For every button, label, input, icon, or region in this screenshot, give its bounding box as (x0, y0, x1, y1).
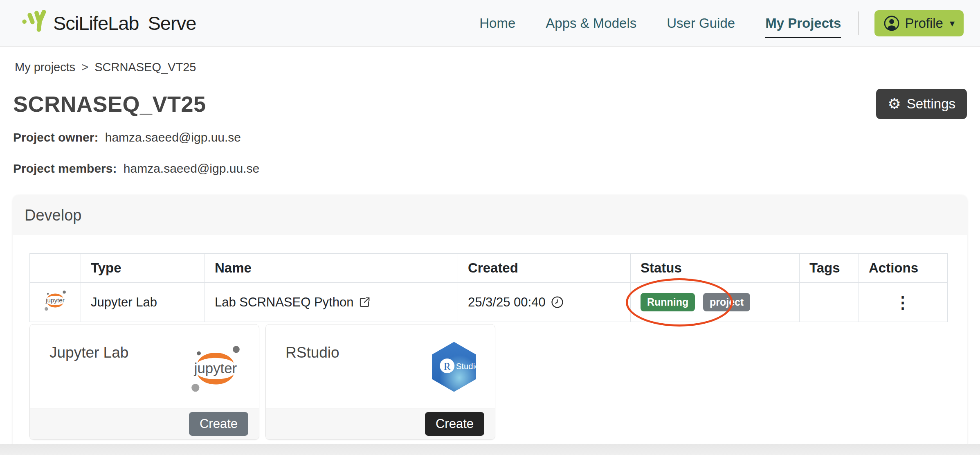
brand-logo[interactable]: SciLifeLab Serve (22, 9, 196, 37)
app-card-footer: Create (266, 408, 495, 439)
settings-button[interactable]: ⚙ Settings (876, 89, 967, 119)
nav-item-user-guide[interactable]: User Guide (667, 16, 735, 31)
person-circle-icon (883, 15, 900, 32)
gear-icon: ⚙ (888, 97, 901, 111)
app-card-jupyter-lab: Jupyter Lab Create (29, 324, 259, 440)
jupyter-logo-icon (43, 288, 67, 313)
app-actions-cell: ⋮ (859, 283, 948, 322)
col-header-icon (30, 254, 81, 283)
col-header-name: Name (205, 254, 458, 283)
nav-divider (858, 11, 859, 35)
app-row-jupyter-lab: Jupyter Lab Lab SCRNASEQ Python (30, 283, 948, 322)
nav-item-home[interactable]: Home (479, 16, 515, 31)
develop-section-header: Develop (13, 195, 967, 235)
app-name-cell: Lab SCRNASEQ Python (205, 283, 458, 322)
project-owner-line: Project owner: hamza.saeed@igp.uu.se (13, 131, 967, 144)
create-rstudio-button[interactable]: Create (425, 412, 484, 436)
project-members-value: hamza.saeed@igp.uu.se (124, 162, 259, 175)
page-title: SCRNASEQ_VT25 (13, 91, 206, 117)
app-tags-cell (800, 283, 859, 322)
app-type-cell: Jupyter Lab (81, 283, 205, 322)
app-card-rstudio: RStudio R Studio Create (265, 324, 495, 440)
breadcrumb-current: SCRNASEQ_VT25 (94, 61, 196, 74)
created-timestamp: 25/3/25 00:40 (468, 295, 546, 310)
apps-table: Type Name Created Status Tags Actions (29, 253, 948, 322)
project-owner-value: hamza.saeed@igp.uu.se (105, 131, 241, 144)
kebab-menu-icon[interactable]: ⋮ (895, 293, 912, 311)
rstudio-logo: R Studio (429, 341, 479, 393)
chevron-down-icon: ▾ (950, 18, 955, 29)
app-cards-row: Jupyter Lab Create RStudio (29, 324, 951, 440)
app-type-icon-cell (30, 283, 81, 322)
external-link-icon (358, 296, 371, 309)
breadcrumb: My projects > SCRNASEQ_VT25 (15, 61, 967, 74)
top-navigation-bar: SciLifeLab Serve Home Apps & Models User… (0, 0, 980, 47)
profile-button[interactable]: Profile ▾ (874, 10, 964, 36)
project-members-label: Project members: (13, 162, 117, 175)
clock-icon (551, 295, 564, 309)
app-card-footer: Create (30, 408, 259, 439)
project-members-line: Project members: hamza.saeed@igp.uu.se (13, 162, 967, 176)
page-footer-strip (0, 444, 980, 455)
svg-text:R: R (444, 361, 451, 372)
breadcrumb-separator: > (81, 61, 88, 74)
profile-label: Profile (905, 16, 943, 31)
col-header-type: Type (81, 254, 205, 283)
col-header-actions: Actions (859, 254, 948, 283)
col-header-status: Status (631, 254, 800, 283)
breadcrumb-my-projects[interactable]: My projects (15, 61, 75, 74)
create-jupyter-button[interactable]: Create (189, 412, 248, 436)
scilifelab-logo-icon (22, 9, 47, 37)
app-link[interactable]: Lab SCRNASEQ Python (215, 295, 448, 310)
col-header-created: Created (458, 254, 631, 283)
brand-subname: Serve (148, 12, 196, 34)
app-status-cell: Running project (631, 283, 800, 322)
settings-label: Settings (907, 96, 955, 112)
svg-text:Studio: Studio (456, 362, 479, 371)
table-header-row: Type Name Created Status Tags Actions (30, 254, 948, 283)
app-card-title: RStudio (285, 344, 339, 408)
status-badge-running: Running (641, 293, 695, 312)
brand-name: SciLifeLab (53, 12, 139, 34)
app-name: Lab SCRNASEQ Python (215, 295, 353, 310)
app-card-title: Jupyter Lab (49, 344, 128, 408)
main-nav: Home Apps & Models User Guide My Project… (479, 16, 841, 31)
jupyter-logo (189, 341, 243, 397)
nav-item-apps-models[interactable]: Apps & Models (546, 16, 636, 31)
page-content: My projects > SCRNASEQ_VT25 SCRNASEQ_VT2… (0, 61, 980, 449)
nav-item-my-projects[interactable]: My Projects (765, 16, 841, 31)
app-created-cell: 25/3/25 00:40 (458, 283, 631, 322)
project-owner-label: Project owner: (13, 131, 98, 144)
status-badge-project: project (703, 293, 750, 312)
develop-section: Develop Type Name Created Status Tags (13, 195, 967, 449)
develop-title: Develop (25, 207, 81, 224)
col-header-tags: Tags (800, 254, 859, 283)
